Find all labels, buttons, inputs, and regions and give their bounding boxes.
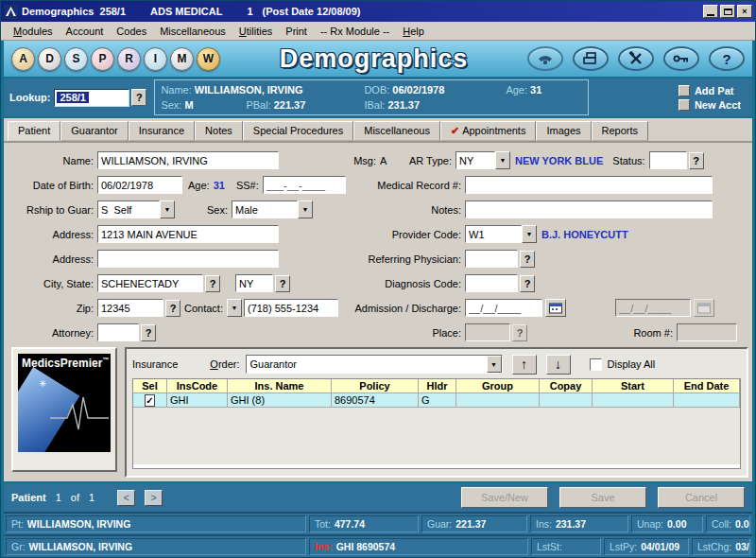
- name-input[interactable]: [97, 151, 279, 169]
- city-input[interactable]: [97, 274, 203, 292]
- phone-button[interactable]: [527, 46, 563, 71]
- new-acct-checkbox[interactable]: [679, 99, 690, 111]
- new-acct-control[interactable]: New Acct: [679, 99, 741, 111]
- diagnosis-help-button[interactable]: ?: [520, 275, 535, 292]
- menu-utilities[interactable]: Utilities: [232, 24, 279, 39]
- chevron-down-icon[interactable]: ▼: [522, 225, 537, 243]
- display-all-checkbox[interactable]: [590, 358, 602, 371]
- ssn-input[interactable]: [263, 176, 346, 194]
- table-row[interactable]: ✓ GHI GHI (8) 8690574 G: [133, 393, 740, 408]
- state-input[interactable]: [235, 274, 273, 292]
- rship-dropdown[interactable]: ▼: [97, 201, 175, 218]
- col-policy[interactable]: Policy: [332, 379, 419, 393]
- save-new-button[interactable]: Save/New: [461, 487, 548, 508]
- attorney-input[interactable]: [97, 323, 139, 341]
- help-button[interactable]: ?: [709, 46, 745, 71]
- tab-images[interactable]: Images: [536, 121, 591, 141]
- zip-input[interactable]: [97, 299, 163, 317]
- tools-button[interactable]: [618, 46, 654, 71]
- module-r-button[interactable]: R: [117, 47, 141, 71]
- menu-codes[interactable]: Codes: [110, 24, 153, 39]
- diagnosis-code-input[interactable]: [465, 274, 518, 292]
- chevron-down-icon[interactable]: ▼: [495, 151, 510, 169]
- ar-type-dropdown[interactable]: ▼: [455, 151, 510, 169]
- referring-physician-input[interactable]: [465, 250, 518, 268]
- admission-date-input[interactable]: [465, 299, 542, 317]
- add-pat-checkbox[interactable]: [679, 85, 690, 96]
- status-input[interactable]: [649, 151, 687, 169]
- banner-dob-value: 06/02/1978: [392, 84, 444, 96]
- ar-type-value[interactable]: [455, 151, 495, 169]
- tab-guarantor[interactable]: Guarantor: [60, 121, 129, 141]
- contact-input[interactable]: [244, 299, 338, 317]
- tab-special-procedures[interactable]: Special Procedures: [243, 121, 353, 141]
- move-up-button[interactable]: ↑: [512, 355, 537, 375]
- chevron-down-icon[interactable]: ▼: [487, 356, 502, 373]
- cell-policy: 8690574: [332, 393, 419, 408]
- address1-input[interactable]: [97, 225, 279, 243]
- admission-calendar-button[interactable]: [545, 299, 566, 317]
- tab-miscellaneous[interactable]: Miscellaneous: [353, 121, 440, 141]
- tab-patient[interactable]: Patient: [8, 121, 60, 141]
- status-help-button[interactable]: ?: [689, 152, 704, 169]
- col-copay[interactable]: Copay: [540, 379, 593, 393]
- col-end-date[interactable]: End Date: [674, 379, 740, 393]
- add-pat-control[interactable]: Add Pat: [679, 85, 741, 96]
- menu-rx-module[interactable]: -- Rx Module --: [314, 24, 396, 39]
- mrn-input[interactable]: [465, 176, 713, 194]
- module-d-button[interactable]: D: [38, 47, 61, 71]
- chevron-down-icon[interactable]: ▼: [160, 201, 175, 218]
- menu-help[interactable]: Help: [396, 24, 431, 39]
- tab-notes[interactable]: Notes: [195, 121, 243, 141]
- notes-input[interactable]: [465, 201, 713, 218]
- move-down-button[interactable]: ↓: [546, 355, 571, 375]
- col-hldr[interactable]: Hldr: [419, 379, 456, 393]
- print-button[interactable]: [573, 46, 609, 71]
- sex-value[interactable]: [232, 201, 298, 218]
- col-group[interactable]: Group: [456, 379, 540, 393]
- maximize-button[interactable]: [720, 5, 735, 18]
- module-s-button[interactable]: S: [64, 47, 88, 71]
- contact-dropdown-button[interactable]: ▼: [227, 299, 242, 317]
- menu-modules[interactable]: Modules: [7, 24, 60, 39]
- module-i-button[interactable]: I: [144, 47, 167, 71]
- security-button[interactable]: [663, 46, 699, 71]
- sex-dropdown[interactable]: ▼: [232, 201, 313, 218]
- col-ins-name[interactable]: Ins. Name: [228, 379, 332, 393]
- zip-help-button[interactable]: ?: [165, 300, 180, 317]
- lookup-help-button[interactable]: ?: [131, 89, 146, 106]
- rship-value[interactable]: [97, 201, 160, 218]
- menu-account[interactable]: Account: [60, 24, 111, 39]
- close-button[interactable]: ×: [737, 5, 752, 18]
- order-dropdown[interactable]: Guarantor ▼: [246, 355, 503, 374]
- prev-record-button[interactable]: <: [117, 490, 135, 506]
- lookup-input[interactable]: 258/1: [54, 89, 129, 107]
- tab-insurance[interactable]: Insurance: [129, 121, 195, 141]
- attorney-help-button[interactable]: ?: [141, 324, 156, 341]
- dob-input[interactable]: [97, 176, 182, 194]
- module-a-button[interactable]: A: [11, 47, 35, 71]
- state-help-button[interactable]: ?: [275, 275, 290, 292]
- save-button[interactable]: Save: [559, 487, 646, 508]
- provider-value[interactable]: [465, 225, 522, 243]
- referring-physician-help-button[interactable]: ?: [520, 251, 535, 268]
- menu-miscellaneous[interactable]: Miscellaneous: [153, 24, 232, 39]
- next-record-button[interactable]: >: [145, 490, 163, 506]
- col-sel[interactable]: Sel: [133, 379, 167, 393]
- address2-input[interactable]: [97, 250, 279, 268]
- row-selected-checkbox[interactable]: ✓: [145, 394, 154, 407]
- tab-appointments[interactable]: ✔ Appointments: [440, 121, 536, 141]
- module-m-button[interactable]: M: [170, 47, 194, 71]
- col-inscode[interactable]: InsCode: [167, 379, 228, 393]
- tab-reports[interactable]: Reports: [592, 121, 649, 141]
- cancel-button[interactable]: Cancel: [658, 487, 745, 508]
- chevron-down-icon[interactable]: ▼: [298, 201, 313, 218]
- module-p-button[interactable]: P: [91, 47, 114, 71]
- minimize-button[interactable]: [703, 5, 718, 18]
- msg-value: A: [380, 155, 401, 166]
- module-w-button[interactable]: W: [197, 47, 220, 71]
- provider-dropdown[interactable]: ▼: [465, 225, 537, 243]
- col-start[interactable]: Start: [593, 379, 674, 393]
- city-help-button[interactable]: ?: [205, 275, 220, 292]
- menu-print[interactable]: Print: [279, 24, 314, 39]
